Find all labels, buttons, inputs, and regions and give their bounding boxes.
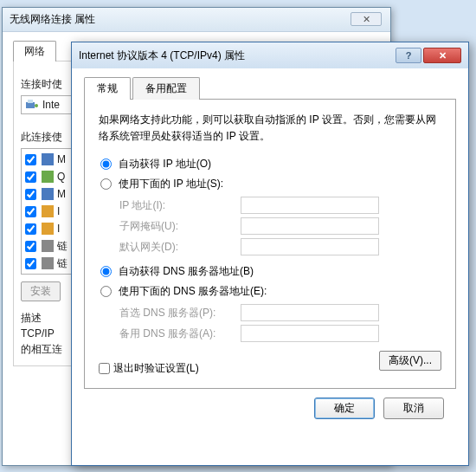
protocol-icon: [42, 223, 54, 235]
advanced-button[interactable]: 高级(V)...: [379, 351, 441, 371]
dns-manual-radio[interactable]: [100, 286, 112, 297]
ip-addr-input[interactable]: [241, 197, 379, 214]
protocol-icon: [42, 205, 54, 217]
dns-pref-input[interactable]: [241, 304, 379, 321]
svg-rect-3: [42, 153, 54, 165]
adapter-icon: [25, 98, 39, 112]
back-close-button[interactable]: ✕: [351, 12, 382, 26]
cancel-button[interactable]: 取消: [383, 398, 444, 419]
svg-rect-5: [42, 188, 54, 200]
front-titlebar: Internet 协议版本 4 (TCP/IPv4) 属性 ? ✕: [72, 42, 468, 68]
item-checkbox[interactable]: [25, 258, 36, 269]
adapter-text: Inte: [42, 99, 60, 111]
ip-auto-radio[interactable]: [100, 158, 112, 170]
gateway-label: 默认网关(D):: [119, 240, 241, 255]
dns-auto-radio[interactable]: [100, 266, 112, 277]
ip-addr-label: IP 地址(I):: [119, 198, 241, 213]
dns-alt-input[interactable]: [241, 325, 379, 342]
item-checkbox[interactable]: [25, 171, 36, 183]
ip-auto-row[interactable]: 自动获得 IP 地址(O): [99, 157, 441, 171]
front-title: Internet 协议版本 4 (TCP/IPv4) 属性: [79, 48, 396, 63]
svg-rect-7: [42, 223, 54, 235]
dns-alt-label: 备用 DNS 服务器(A):: [119, 327, 241, 341]
subnet-input[interactable]: [241, 217, 379, 235]
driver-icon: [42, 257, 54, 269]
gateway-input[interactable]: [241, 238, 379, 255]
item-checkbox[interactable]: [25, 241, 36, 252]
ok-button[interactable]: 确定: [314, 398, 375, 419]
svg-rect-9: [42, 257, 54, 269]
client-icon: [42, 188, 54, 200]
ip-manual-label: 使用下面的 IP 地址(S):: [119, 177, 223, 191]
dns-pref-label: 首选 DNS 服务器(P):: [119, 306, 241, 320]
svg-rect-0: [26, 102, 35, 108]
tabs: 常规 备用配置: [84, 77, 456, 100]
subnet-label: 子网掩码(U):: [119, 219, 241, 234]
protocol-icon: [42, 171, 54, 183]
ip-manual-radio[interactable]: [100, 178, 112, 190]
svg-rect-1: [28, 100, 33, 103]
install-button[interactable]: 安装: [21, 281, 61, 301]
back-title: 无线网络连接 属性: [10, 12, 95, 27]
close-button[interactable]: ✕: [423, 48, 461, 63]
dns-manual-label: 使用下面的 DNS 服务器地址(E):: [119, 284, 267, 299]
svg-rect-4: [42, 171, 54, 183]
ip-manual-row[interactable]: 使用下面的 IP 地址(S):: [99, 177, 441, 191]
item-checkbox[interactable]: [25, 223, 36, 235]
tab-general[interactable]: 常规: [84, 77, 131, 100]
client-icon: [42, 153, 54, 165]
ip-auto-label: 自动获得 IP 地址(O): [119, 157, 211, 171]
validate-label: 退出时验证设置(L): [113, 361, 199, 376]
back-titlebar: 无线网络连接 属性 ✕: [3, 8, 390, 32]
dns-manual-row[interactable]: 使用下面的 DNS 服务器地址(E):: [99, 284, 441, 299]
driver-icon: [42, 240, 54, 252]
svg-rect-6: [42, 205, 54, 217]
dns-auto-label: 自动获得 DNS 服务器地址(B): [119, 264, 254, 279]
dns-auto-row[interactable]: 自动获得 DNS 服务器地址(B): [99, 264, 441, 279]
ipv4-properties-window: Internet 协议版本 4 (TCP/IPv4) 属性 ? ✕ 常规 备用配…: [71, 42, 469, 466]
item-checkbox[interactable]: [25, 154, 36, 165]
svg-rect-8: [42, 240, 54, 252]
help-button[interactable]: ?: [396, 48, 421, 63]
tab-alternate[interactable]: 备用配置: [132, 77, 200, 100]
item-checkbox[interactable]: [25, 206, 36, 217]
intro-text: 如果网络支持此功能，则可以获取自动指派的 IP 设置。否则，您需要从网络系统管理…: [99, 112, 441, 145]
validate-checkbox[interactable]: [99, 363, 110, 374]
item-checkbox[interactable]: [25, 189, 36, 200]
tab-network[interactable]: 网络: [13, 41, 56, 61]
svg-point-2: [35, 104, 38, 107]
